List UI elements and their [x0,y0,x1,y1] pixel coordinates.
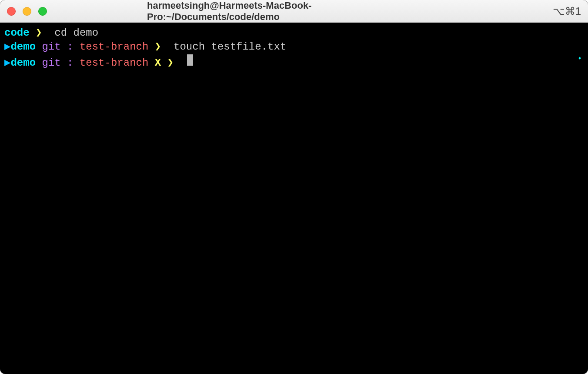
traffic-lights [7,7,47,16]
terminal-segment [174,56,186,70]
terminal-segment: ❯ [167,56,174,70]
terminal-segment: X [155,56,161,70]
terminal-segment: git [42,56,60,70]
terminal-window: harmeetsingh@Harmeets-MacBook-Pro:~/Docu… [0,0,588,374]
terminal-segment: ❯ [36,26,42,40]
terminal-segment: test-branch [80,40,148,54]
terminal-line: ▶demo git : test-branch X ❯ [4,54,584,70]
terminal-segment: touch testfile.txt [174,40,286,54]
terminal-segment: code [4,26,30,40]
terminal-segment: : [67,40,73,54]
terminal-segment [74,40,80,54]
terminal-segment: demo [10,56,36,70]
terminal-segment [61,40,67,54]
terminal-segment: git [42,40,60,54]
terminal-segment [161,56,167,70]
terminal-segment [161,40,174,54]
terminal-segment [74,56,80,70]
cursor-icon [187,54,193,66]
close-icon[interactable] [7,7,16,16]
terminal-segment [148,56,154,70]
terminal-segment [30,26,36,40]
terminal-segment: demo [10,40,36,54]
terminal-segment: test-branch [80,56,148,70]
terminal-segment [36,40,42,54]
terminal-segment: ▶ [4,56,10,70]
titlebar[interactable]: harmeetsingh@Harmeets-MacBook-Pro:~/Docu… [0,0,588,23]
terminal-segment [42,26,54,40]
star-icon: ✦ [578,54,582,63]
terminal-segment: ▶ [4,40,10,54]
terminal-segment [148,40,154,54]
window-title: harmeetsingh@Harmeets-MacBook-Pro:~/Docu… [147,0,441,23]
shortcut-indicator: ⌥⌘1 [553,5,581,17]
minimize-icon[interactable] [23,7,31,16]
terminal-segment [36,56,42,70]
terminal-line: code ❯ cd demo [4,26,584,40]
terminal-segment: : [67,56,73,70]
terminal-body[interactable]: code ❯ cd demo▶demo git : test-branch ❯ … [0,23,588,374]
terminal-segment: cd demo [54,26,98,40]
terminal-segment: ❯ [155,40,161,54]
zoom-icon[interactable] [38,7,47,16]
terminal-line: ▶demo git : test-branch ❯ touch testfile… [4,40,584,54]
terminal-segment [61,56,67,70]
